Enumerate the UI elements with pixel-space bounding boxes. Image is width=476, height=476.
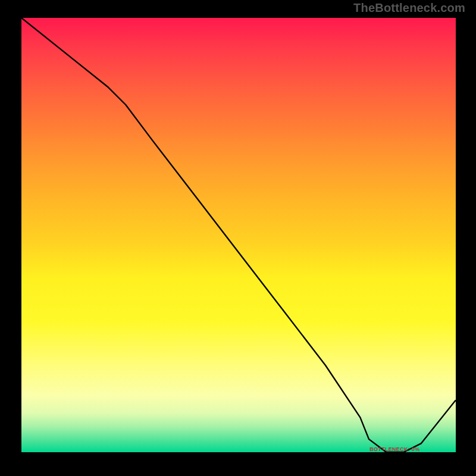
watermark-text: TheBottleneck.com (353, 1, 465, 15)
bottleneck-zero-label: BOTTLENECK: 0% (369, 446, 419, 452)
chart-container: TheBottleneck.com BOTTLENECK: 0% (0, 0, 476, 476)
bottleneck-line (21, 18, 456, 452)
plot-area: BOTTLENECK: 0% (21, 18, 456, 452)
